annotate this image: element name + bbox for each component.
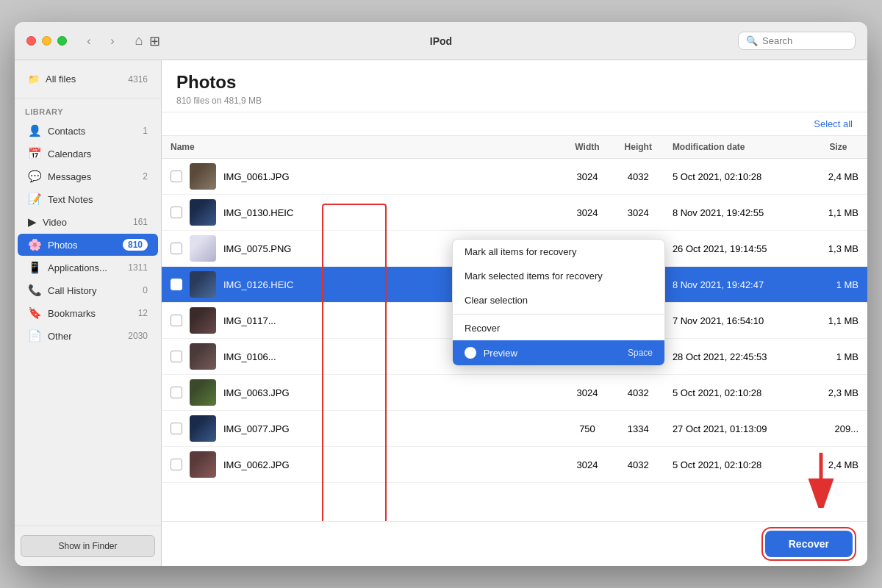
grid-view-icon[interactable]: ⊞: [149, 33, 160, 49]
main-content: 📁 All files 4316 Library 👤 Contacts 1 📅 …: [15, 60, 867, 566]
sidebar-icon-video: ▶: [28, 215, 37, 229]
sidebar-label-applications: Applications...: [48, 262, 107, 273]
home-button[interactable]: ⌂: [129, 31, 149, 51]
recover-button[interactable]: Recover: [765, 531, 853, 557]
window-title: IPod: [430, 35, 452, 47]
file-name-4: IMG_0117...: [223, 315, 276, 326]
context-menu-divider: [453, 314, 664, 315]
file-checkbox-1[interactable]: [171, 207, 182, 218]
file-size-6: 2,3 MB: [809, 375, 867, 411]
file-size-0: 2,4 MB: [809, 159, 867, 195]
table-row[interactable]: IMG_0063.JPG 3024 4032 5 Oct 2021, 02:10…: [162, 375, 867, 411]
file-checkbox-8[interactable]: [171, 459, 182, 470]
sidebar-item-call-history[interactable]: 📞 Call History 0: [18, 279, 158, 301]
file-width-6: 3024: [562, 375, 612, 411]
select-all-button[interactable]: Select all: [814, 118, 853, 129]
sidebar-item-messages[interactable]: 💬 Messages 2: [18, 165, 158, 187]
col-header-height: Height: [613, 136, 664, 159]
file-height-7: 1334: [613, 411, 664, 447]
file-name-cell-0: IMG_0061.JPG: [162, 159, 562, 195]
sidebar-item-bookmarks[interactable]: 🔖 Bookmarks 12: [18, 302, 158, 324]
file-checkbox-7[interactable]: [171, 423, 182, 434]
file-date-1: 8 Nov 2021, 19:42:55: [664, 195, 809, 231]
context-menu-mark-selected[interactable]: Mark selected items for recovery: [453, 264, 664, 288]
search-input[interactable]: [762, 35, 847, 46]
show-finder-button[interactable]: Show in Finder: [21, 535, 155, 557]
sidebar-count-contacts: 1: [143, 126, 148, 136]
maximize-button[interactable]: [57, 36, 67, 46]
file-size-2: 1,3 MB: [809, 231, 867, 267]
context-menu-mark-all[interactable]: Mark all items for recovery: [453, 240, 664, 264]
sidebar-icon-photos: 🌸: [28, 238, 42, 251]
file-date-3: 8 Nov 2021, 19:42:47: [664, 267, 809, 303]
col-header-size: Size: [809, 136, 867, 159]
file-width-8: 3024: [562, 447, 612, 483]
file-name-6: IMG_0063.JPG: [223, 387, 290, 398]
file-list-container[interactable]: Name Width Height Modification date Size: [162, 136, 867, 521]
sidebar-icon-bookmarks: 🔖: [28, 306, 42, 320]
sidebar-footer: Show in Finder: [15, 526, 161, 566]
recover-area: Recover: [162, 521, 867, 566]
sidebar-count-other: 2030: [128, 331, 148, 341]
file-checkbox-6[interactable]: [171, 387, 182, 398]
file-name-1: IMG_0130.HEIC: [223, 207, 293, 218]
sidebar-item-other[interactable]: 📄 Other 2030: [18, 325, 158, 347]
context-menu-recover[interactable]: Recover: [453, 316, 664, 340]
sidebar-item-photos[interactable]: 🌸 Photos 810: [18, 234, 158, 256]
context-menu-clear[interactable]: Clear selection: [453, 288, 664, 312]
sidebar-top: 📁 All files 4316: [15, 60, 161, 98]
table-row[interactable]: IMG_0061.JPG 3024 4032 5 Oct 2021, 02:10…: [162, 159, 867, 195]
context-menu-preview[interactable]: ↺ Preview Space: [453, 340, 664, 365]
sidebar-item-applications[interactable]: 📱 Applications... 1311: [18, 257, 158, 279]
file-checkbox-3[interactable]: [171, 279, 182, 290]
file-thumbnail-0: [190, 163, 216, 190]
sidebar-item-video[interactable]: ▶ Video 161: [18, 211, 158, 233]
sidebar-icon-call-history: 📞: [28, 284, 42, 297]
sidebar-item-contacts[interactable]: 👤 Contacts 1: [18, 120, 158, 142]
minimize-button[interactable]: [42, 36, 51, 46]
forward-button[interactable]: ›: [102, 31, 123, 51]
sidebar-count-bookmarks: 12: [138, 308, 148, 318]
content-toolbar: Select all: [162, 112, 867, 136]
file-size-8: 2,4 MB: [809, 447, 867, 483]
sidebar-item-all-files[interactable]: 📁 All files 4316: [21, 69, 155, 89]
sidebar-icon-contacts: 👤: [28, 124, 42, 137]
sidebar-icon-messages: 💬: [28, 170, 42, 183]
file-height-8: 4032: [613, 447, 664, 483]
file-name-8: IMG_0062.JPG: [223, 459, 290, 470]
sidebar-label-contacts: Contacts: [48, 126, 85, 137]
search-bar[interactable]: 🔍: [738, 32, 856, 50]
sidebar-label-messages: Messages: [48, 171, 91, 182]
main-window: ‹ › ⌂ IPod ⊞ 🔍 📁 All files 4316 Libra: [15, 22, 867, 566]
file-checkbox-5[interactable]: [171, 351, 182, 362]
context-menu: Mark all items for recovery Mark selecte…: [452, 239, 665, 366]
file-thumbnail-6: [190, 379, 216, 406]
file-size-5: 1 MB: [809, 339, 867, 375]
preview-shortcut: Space: [628, 348, 653, 358]
table-row[interactable]: IMG_0077.JPG 750 1334 27 Oct 2021, 01:13…: [162, 411, 867, 447]
sidebar-item-calendars[interactable]: 📅 Calendars: [18, 143, 158, 165]
file-checkbox-2[interactable]: [171, 243, 182, 254]
sidebar-item-text-notes[interactable]: 📝 Text Notes: [18, 188, 158, 210]
file-height-6: 4032: [613, 375, 664, 411]
file-date-2: 26 Oct 2021, 19:14:55: [664, 231, 809, 267]
sidebar-icon-other: 📄: [28, 329, 42, 343]
sidebar-icon-text-notes: 📝: [28, 193, 42, 206]
file-size-1: 1,1 MB: [809, 195, 867, 231]
back-button[interactable]: ‹: [79, 31, 99, 51]
file-date-5: 28 Oct 2021, 22:45:53: [664, 339, 809, 375]
close-button[interactable]: [26, 36, 36, 46]
table-row[interactable]: IMG_0062.JPG 3024 4032 5 Oct 2021, 02:10…: [162, 447, 867, 483]
file-date-6: 5 Oct 2021, 02:10:28: [664, 375, 809, 411]
col-header-date: Modification date: [664, 136, 809, 159]
file-checkbox-4[interactable]: [171, 315, 182, 326]
content-area: Photos 810 files on 481,9 MB Select all …: [162, 60, 867, 566]
file-checkbox-0[interactable]: [171, 171, 182, 182]
table-row[interactable]: IMG_0130.HEIC 3024 3024 8 Nov 2021, 19:4…: [162, 195, 867, 231]
file-height-0: 4032: [613, 159, 664, 195]
file-thumbnail-2: [190, 235, 216, 262]
file-thumbnail-5: [190, 343, 216, 370]
col-header-name: Name: [162, 136, 562, 159]
all-files-count: 4316: [128, 74, 148, 85]
sidebar-count-photos: 810: [123, 239, 148, 251]
